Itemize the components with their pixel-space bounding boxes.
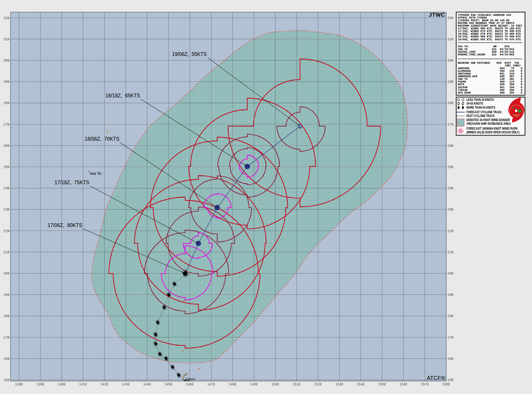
svg-text:23N: 23N	[447, 208, 454, 212]
svg-text:17/06Z, 80KTS: 17/06Z, 80KTS	[48, 222, 82, 228]
svg-text:151E: 151E	[293, 383, 301, 386]
svg-text:28N: 28N	[3, 101, 9, 105]
svg-text:24N: 24N	[447, 187, 454, 190]
svg-text:(WINDS VALID OVER OPEN OCEAN O: (WINDS VALID OVER OPEN OCEAN ONLY)	[466, 130, 519, 134]
svg-text:19N: 19N	[3, 293, 9, 297]
svg-text:149E: 149E	[250, 383, 258, 386]
svg-text:30N: 30N	[447, 59, 454, 63]
svg-text:DENOTES 34 KNOT WIND DANGER: DENOTES 34 KNOT WIND DANGER	[466, 118, 510, 122]
svg-text:141E: 141E	[79, 383, 87, 386]
svg-text:27N: 27N	[447, 123, 454, 127]
svg-text:19/06Z, 55KTS: 19/06Z, 55KTS	[172, 51, 207, 57]
svg-text:LESS THAN 34 KNOTS: LESS THAN 34 KNOTS	[466, 98, 494, 102]
svg-text:17/18Z, 75KTS: 17/18Z, 75KTS	[55, 179, 89, 185]
svg-text:150E: 150E	[271, 383, 279, 386]
svg-text:21N: 21N	[447, 251, 454, 254]
svg-text:148E: 148E	[228, 383, 237, 386]
svg-text:154E: 154E	[357, 383, 365, 386]
svg-text:30N: 30N	[3, 59, 9, 63]
svg-text:152E: 152E	[314, 383, 322, 386]
svg-text:16N: 16N	[3, 357, 9, 361]
svg-text:17N: 17N	[447, 336, 454, 340]
svg-text:PAST CYCLONE TRACK: PAST CYCLONE TRACK	[466, 114, 495, 118]
svg-text:25N: 25N	[447, 165, 454, 169]
svg-text:145E: 145E	[165, 383, 173, 386]
svg-text:138E: 138E	[15, 383, 23, 386]
svg-text:146E: 146E	[186, 383, 194, 386]
svg-text:29N: 29N	[447, 80, 454, 84]
svg-text:18N: 18N	[447, 314, 454, 318]
svg-text:17N: 17N	[3, 336, 9, 340]
svg-text:19N: 19N	[447, 293, 454, 297]
svg-text:22N: 22N	[447, 229, 454, 233]
svg-text:FORECAST 34/50/64 KNOT WIND RA: FORECAST 34/50/64 KNOT WIND RADII	[466, 127, 517, 130]
svg-text:32N: 32N	[447, 16, 454, 20]
svg-text:27N: 27N	[3, 123, 9, 127]
svg-text:142E: 142E	[100, 383, 108, 386]
svg-text:15N: 15N	[447, 378, 454, 382]
svg-text:31N: 31N	[3, 38, 9, 41]
svg-text:147E: 147E	[207, 383, 215, 386]
svg-text:ATCF®: ATCF®	[427, 375, 445, 381]
svg-text:25N: 25N	[3, 165, 9, 169]
svg-text:158E: 158E	[442, 383, 450, 386]
svg-text:MINAMI_TORI_SHIMA 222 04/1: MINAMI_TORI_SHIMA 222 04/19/06Z	[458, 53, 514, 56]
svg-text:24N: 24N	[3, 187, 9, 190]
svg-text:22N: 22N	[3, 229, 9, 233]
svg-text:20N: 20N	[447, 272, 454, 276]
svg-text:18/18Z, 65KTS: 18/18Z, 65KTS	[105, 93, 140, 98]
svg-text:18N: 18N	[3, 314, 9, 318]
svg-text:23N: 23N	[3, 208, 9, 212]
svg-text:144E: 144E	[143, 383, 151, 386]
svg-text:JTWC: JTWC	[429, 12, 445, 18]
svg-text:140E: 140E	[58, 383, 66, 386]
svg-text:26N: 26N	[3, 144, 9, 148]
svg-text:Saipan: Saipan	[186, 377, 195, 381]
svg-text:26N: 26N	[447, 144, 454, 148]
svg-text:139E: 139E	[36, 383, 44, 386]
svg-text:Iwo To: Iwo To	[90, 171, 101, 176]
svg-text:31N: 31N	[447, 38, 454, 41]
svg-text:28N: 28N	[447, 101, 454, 105]
svg-text:20N: 20N	[3, 272, 9, 276]
svg-text:FORECAST CYCLONE TRACK: FORECAST CYCLONE TRACK	[466, 110, 502, 114]
svg-text:155E: 155E	[378, 383, 386, 386]
svg-text:18/06Z, 70KTS: 18/06Z, 70KTS	[85, 136, 119, 142]
svg-text:157E: 157E	[421, 383, 429, 386]
svg-text:156E: 156E	[399, 383, 408, 386]
svg-text:29N: 29N	[3, 80, 9, 84]
svg-text:34-63 KNOTS: 34-63 KNOTS	[466, 102, 483, 105]
svg-text:153E: 153E	[335, 383, 343, 386]
svg-text:MORE THAN 63 KNOTS: MORE THAN 63 KNOTS	[466, 106, 495, 109]
svg-text:15N: 15N	[3, 378, 9, 382]
svg-text:19/06Z, WINDS 055 KTS, GUSTS T: 19/06Z, WINDS 055 KTS, GUSTS TO 070 KTS	[458, 38, 521, 41]
svg-text:21N: 21N	[3, 251, 9, 254]
svg-text:32N: 32N	[3, 16, 9, 20]
svg-text:WFO_GUAM 008: WFO_GUAM 008 394 0	[458, 91, 522, 94]
svg-text:16N: 16N	[447, 357, 454, 361]
svg-text:143E: 143E	[122, 383, 130, 386]
svg-text:AREA/USN SHIP AVOIDANCE AREA: AREA/USN SHIP AVOIDANCE AREA	[466, 122, 511, 126]
